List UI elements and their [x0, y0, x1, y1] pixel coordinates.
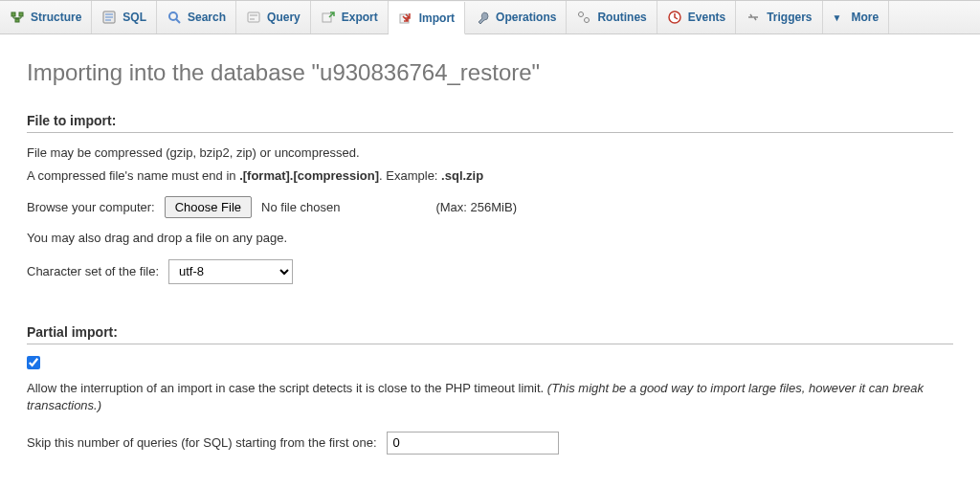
max-size: (Max: 256MiB)	[435, 200, 517, 214]
allow-interrupt-checkbox[interactable]	[27, 356, 40, 369]
import-icon	[398, 11, 413, 26]
tab-label: Export	[342, 11, 378, 24]
routines-icon	[576, 10, 591, 25]
export-icon	[321, 10, 336, 25]
name-note: A compressed file's name must end in .[f…	[27, 167, 953, 185]
tab-label: Operations	[496, 11, 556, 24]
tab-label: Events	[688, 11, 725, 24]
query-icon	[246, 10, 261, 25]
svg-point-11	[579, 12, 584, 17]
skip-queries-input[interactable]	[387, 432, 559, 455]
main-content: Importing into the database "u930836764_…	[0, 34, 980, 488]
svg-rect-6	[248, 12, 259, 22]
operations-icon	[475, 10, 490, 25]
svg-rect-0	[11, 12, 15, 16]
compress-note: File may be compressed (gzip, bzip2, zip…	[27, 144, 953, 162]
tab-structure[interactable]: Structure	[0, 1, 92, 33]
skip-row: Skip this number of queries (for SQL) st…	[27, 432, 953, 455]
sql-icon	[101, 10, 117, 25]
no-file-chosen: No file chosen	[261, 200, 340, 214]
svg-point-12	[585, 18, 590, 23]
tab-label: Search	[188, 11, 226, 24]
svg-rect-8	[250, 18, 255, 20]
browse-row: Browse your computer: Choose File No fil…	[27, 196, 953, 218]
tab-label: Triggers	[767, 11, 812, 24]
tab-search[interactable]: Search	[157, 1, 236, 33]
skip-label: Skip this number of queries (for SQL) st…	[27, 435, 377, 450]
page-title: Importing into the database "u930836764_…	[27, 59, 953, 86]
tab-more[interactable]: ▼ More	[823, 1, 890, 33]
allow-interrupt-text: Allow the interruption of an import in c…	[27, 380, 953, 414]
tab-operations[interactable]: Operations	[465, 1, 567, 33]
svg-line-5	[176, 19, 180, 23]
name-note-prefix: A compressed file's name must end in	[27, 168, 239, 183]
structure-icon	[10, 10, 25, 25]
charset-select[interactable]: utf-8	[168, 259, 293, 284]
name-note-mid: . Example:	[379, 168, 441, 183]
caret-down-icon: ▼	[833, 12, 842, 23]
tab-label: Import	[419, 11, 455, 25]
top-tabs: Structure SQL Search Query Export Import	[0, 0, 980, 34]
tab-label: SQL	[122, 11, 146, 24]
charset-label: Character set of the file:	[27, 264, 159, 278]
choose-file-button[interactable]: Choose File	[165, 196, 252, 218]
tab-triggers[interactable]: Triggers	[736, 1, 822, 33]
tab-label: More	[851, 11, 879, 24]
svg-point-4	[169, 12, 177, 20]
dragdrop-note: You may also drag and drop a file on any…	[27, 230, 953, 247]
svg-rect-9	[323, 13, 331, 22]
allow-text-main: Allow the interruption of an import in c…	[27, 381, 547, 395]
tab-routines[interactable]: Routines	[567, 1, 657, 33]
tab-label: Query	[267, 11, 301, 24]
events-icon	[667, 10, 682, 25]
name-note-format: .[format].[compression]	[239, 168, 379, 183]
charset-row: Character set of the file: utf-8	[27, 259, 953, 284]
tab-import[interactable]: Import	[389, 2, 465, 34]
svg-rect-7	[250, 14, 257, 16]
tab-events[interactable]: Events	[657, 1, 736, 33]
tab-query[interactable]: Query	[236, 1, 311, 33]
tab-sql[interactable]: SQL	[92, 1, 157, 33]
partial-section-title: Partial import:	[27, 324, 953, 344]
tab-export[interactable]: Export	[311, 1, 389, 33]
search-icon	[167, 10, 182, 25]
browse-label: Browse your computer:	[27, 200, 155, 214]
tab-label: Structure	[31, 11, 81, 24]
name-note-example: .sql.zip	[441, 168, 483, 183]
svg-rect-1	[19, 12, 23, 16]
triggers-icon	[746, 10, 761, 25]
tab-label: Routines	[597, 11, 646, 24]
file-section-title: File to import:	[27, 113, 953, 133]
